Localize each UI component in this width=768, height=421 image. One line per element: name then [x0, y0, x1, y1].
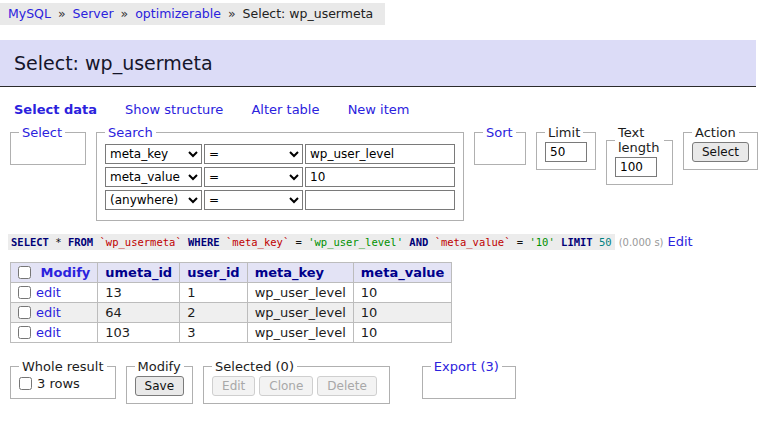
tab-show-structure[interactable]: Show structure — [125, 102, 223, 117]
search-row: (anywhere)= — [105, 190, 455, 210]
export-fieldset-body — [431, 376, 507, 391]
tab-select-data[interactable]: Select data — [14, 102, 97, 117]
table-cell: wp_user_level — [247, 323, 353, 343]
sql-token-identifier: `meta_key` — [226, 236, 289, 248]
breadcrumb-separator: » — [121, 6, 129, 21]
sort-fieldset-body — [483, 142, 517, 157]
selected-edit-button: Edit — [212, 376, 255, 396]
search-operator-select[interactable]: = — [204, 167, 303, 187]
table-cell: 10 — [353, 303, 452, 323]
breadcrumb-link-mysql[interactable]: MySQL — [8, 6, 51, 21]
column-sort-link[interactable]: user_id — [187, 265, 239, 280]
breadcrumb-link-server[interactable]: Server — [73, 6, 114, 21]
row-edit-link[interactable]: edit — [36, 305, 61, 320]
footer-row: Whole result 3 rows Modify Save Selected… — [10, 359, 768, 404]
search-value-input[interactable] — [305, 190, 455, 210]
row-edit-link[interactable]: edit — [36, 325, 61, 340]
search-value-input[interactable] — [305, 167, 455, 187]
text-length-fieldset: Text length — [606, 125, 673, 185]
tab-new-item[interactable]: New item — [348, 102, 410, 117]
column-sort-link[interactable]: meta_key — [255, 265, 324, 280]
results-header-row: Modify umeta_iduser_idmeta_keymeta_value — [11, 263, 452, 283]
sql-edit-link[interactable]: Edit — [668, 234, 693, 249]
column-header-umeta_id: umeta_id — [98, 263, 180, 283]
modify-header-link[interactable]: Modify — [41, 265, 91, 280]
breadcrumb-current: Select: wp_usermeta — [243, 6, 374, 21]
row-checkbox[interactable] — [18, 286, 31, 299]
row-edit-link[interactable]: edit — [36, 285, 61, 300]
table-cell: wp_user_level — [247, 283, 353, 303]
sql-token-plain: * — [49, 236, 68, 248]
limit-fieldset: Limit — [536, 125, 596, 170]
breadcrumb: MySQL » Server » optimizerable » Select:… — [0, 3, 385, 25]
sql-token-number: 50 — [599, 236, 612, 248]
filters-row: Select Search meta_key=meta_value=(anywh… — [10, 125, 768, 221]
tab-bar: Select data Show structure Alter table N… — [14, 102, 768, 117]
sort-legend-link[interactable]: Sort — [486, 125, 513, 140]
breadcrumb-link-database[interactable]: optimizerable — [135, 6, 221, 21]
table-cell: 10 — [353, 323, 452, 343]
sql-token-keyword: LIMIT — [561, 236, 593, 248]
export-legend-link[interactable]: Export (3) — [434, 359, 499, 374]
text-length-input[interactable] — [615, 157, 657, 177]
column-sort-link[interactable]: meta_value — [361, 265, 445, 280]
table-row: edit642wp_user_level10 — [11, 303, 452, 323]
column-header-meta_key: meta_key — [247, 263, 353, 283]
text-length-legend: Text length — [615, 125, 664, 155]
rows-count-label: 3 rows — [37, 376, 80, 391]
table-cell: 1 — [180, 283, 247, 303]
sql-token-identifier: `wp_usermeta` — [100, 236, 182, 248]
limit-input[interactable] — [545, 142, 587, 162]
search-column-select[interactable]: meta_key — [105, 144, 202, 164]
select-all-checkbox[interactable] — [18, 266, 31, 279]
row-action-cell: edit — [11, 323, 98, 343]
search-value-input[interactable] — [305, 144, 455, 164]
row-checkbox[interactable] — [18, 326, 31, 339]
column-header-meta_value: meta_value — [353, 263, 452, 283]
export-fieldset: Export (3) — [422, 359, 516, 399]
row-action-cell: edit — [11, 303, 98, 323]
whole-result-label[interactable]: 3 rows — [19, 376, 80, 391]
page-title: Select: wp_usermeta — [0, 40, 756, 87]
search-legend-link[interactable]: Search — [108, 125, 153, 140]
tab-alter-table[interactable]: Alter table — [251, 102, 319, 117]
sql-code: SELECT * FROM `wp_usermeta` WHERE `meta_… — [8, 234, 615, 250]
select-legend-link[interactable]: Select — [22, 125, 62, 140]
search-operator-select[interactable]: = — [204, 144, 303, 164]
sql-token-string: '10' — [529, 236, 554, 248]
results-table: Modify umeta_iduser_idmeta_keymeta_value… — [10, 262, 452, 343]
modify-legend: Modify — [135, 359, 184, 374]
select-fieldset-body — [19, 142, 77, 157]
search-rows: meta_key=meta_value=(anywhere)= — [105, 144, 455, 210]
select-fieldset: Select — [10, 125, 86, 165]
search-column-select[interactable]: (anywhere) — [105, 190, 202, 210]
table-cell: 103 — [98, 323, 180, 343]
selected-fieldset: Selected (0) EditCloneDelete — [203, 359, 390, 404]
row-checkbox[interactable] — [18, 306, 31, 319]
breadcrumb-separator: » — [58, 6, 66, 21]
table-row: edit1033wp_user_level10 — [11, 323, 452, 343]
whole-result-checkbox[interactable] — [19, 377, 32, 390]
column-sort-link[interactable]: umeta_id — [105, 265, 172, 280]
sql-token-keyword: FROM — [68, 236, 93, 248]
search-fieldset: Search meta_key=meta_value=(anywhere)= — [96, 125, 464, 221]
search-operator-select[interactable]: = — [204, 190, 303, 210]
column-header-user_id: user_id — [180, 263, 247, 283]
sql-token-plain: = — [289, 236, 308, 248]
table-row: edit131wp_user_level10 — [11, 283, 452, 303]
action-fieldset: Action Select — [683, 125, 758, 170]
action-legend: Action — [692, 125, 739, 140]
selected-delete-button: Delete — [317, 376, 376, 396]
save-button[interactable]: Save — [135, 376, 184, 396]
select-submit-button[interactable]: Select — [692, 142, 749, 162]
selected-legend: Selected (0) — [212, 359, 297, 374]
modify-fieldset: Modify Save — [126, 359, 193, 404]
sql-token-string: 'wp_user_level' — [308, 236, 403, 248]
search-row: meta_key= — [105, 144, 455, 164]
results-body: edit131wp_user_level10edit642wp_user_lev… — [11, 283, 452, 343]
modify-header-cell: Modify — [11, 263, 98, 283]
sql-token-plain: = — [510, 236, 529, 248]
search-column-select[interactable]: meta_value — [105, 167, 202, 187]
query-time: (0.000 s) — [619, 237, 664, 248]
whole-result-fieldset: Whole result 3 rows — [10, 359, 116, 399]
